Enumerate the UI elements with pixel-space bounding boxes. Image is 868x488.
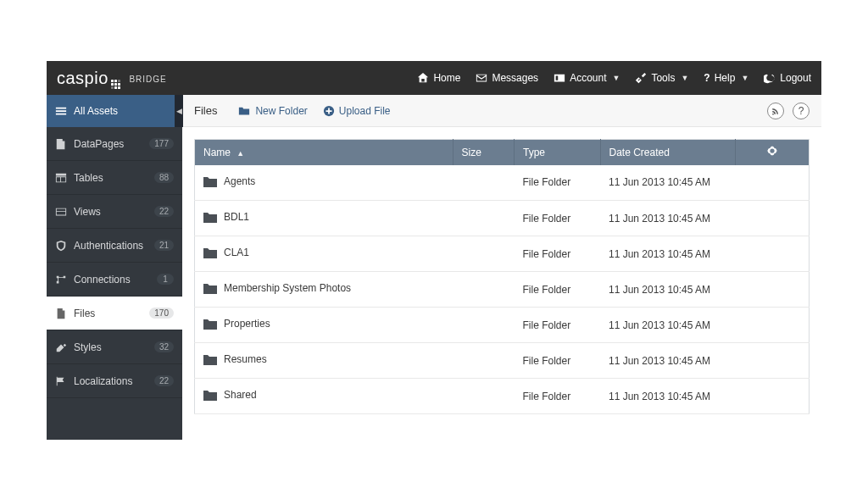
table-row[interactable]: AgentsFile Folder11 Jun 2013 10:45 AM [195,165,810,201]
nav-home[interactable]: Home [417,72,460,84]
folder-icon [203,212,217,223]
sidebar-item-count: 170 [149,308,174,319]
table-row[interactable]: BDL1File Folder11 Jun 2013 10:45 AM [195,201,810,236]
power-icon [764,72,776,84]
column-type[interactable]: Type [515,140,601,165]
sidebar-item-count: 88 [154,172,174,183]
row-size [453,165,515,201]
localizations-icon [55,375,67,387]
gear-icon [766,145,778,157]
sidebar-item-label: DataPages [74,138,124,150]
views-icon [55,206,67,218]
sidebar-item-label: Connections [74,274,131,286]
row-type: File Folder [515,201,601,236]
collapse-sidebar-button[interactable]: ◀ [175,95,183,127]
sidebar-item-connections[interactable]: Connections1 [47,263,182,297]
table-row[interactable]: SharedFile Folder11 Jun 2013 10:45 AM [195,379,810,414]
column-size[interactable]: Size [453,140,515,165]
caret-down-icon: ▼ [681,74,688,82]
id-card-icon [554,72,565,84]
authentications-icon [55,240,67,252]
row-size [453,272,515,308]
sidebar-item-localizations[interactable]: Localizations22 [47,364,182,398]
help-button[interactable]: ? [793,103,810,119]
nav-tools[interactable]: Tools ▼ [635,72,688,84]
nav-account[interactable]: Account ▼ [554,72,620,84]
nav-logout[interactable]: Logout [764,72,811,84]
row-date: 11 Jun 2013 10:45 AM [600,201,736,236]
sidebar-item-tables[interactable]: Tables88 [47,161,182,195]
sidebar-item-count: 22 [154,375,174,386]
toolbar: Files New Folder Upload File ? [182,95,821,127]
page-title: Files [194,104,217,117]
new-folder-button[interactable]: New Folder [237,105,307,117]
table-row[interactable]: CLA1File Folder11 Jun 2013 10:45 AM [195,236,810,272]
sidebar-item-label: Views [74,206,101,218]
caret-down-icon: ▼ [741,74,748,82]
nav-help-label: Help [715,72,736,84]
sidebar-title: All Assets [74,105,118,117]
column-size-label: Size [462,147,481,158]
connections-icon [55,274,67,286]
column-name-label: Name [203,147,231,158]
sidebar-item-count: 22 [154,206,174,217]
sidebar-item-authentications[interactable]: Authentications21 [47,229,182,263]
upload-file-button[interactable]: Upload File [323,105,391,117]
files-icon [55,308,67,319]
brand-dots-icon [111,80,121,90]
new-folder-label: New Folder [255,105,307,117]
column-type-label: Type [523,147,545,158]
row-date: 11 Jun 2013 10:45 AM [600,379,736,414]
row-name: CLA1 [224,247,249,258]
row-date: 11 Jun 2013 10:45 AM [600,236,736,272]
table-row[interactable]: ResumesFile Folder11 Jun 2013 10:45 AM [195,343,810,379]
table-row[interactable]: PropertiesFile Folder11 Jun 2013 10:45 A… [195,308,810,343]
sidebar-item-styles[interactable]: Styles32 [47,330,182,364]
row-date: 11 Jun 2013 10:45 AM [600,272,736,308]
question-icon: ? [704,72,709,84]
sidebar-item-label: Authentications [74,240,143,252]
table-row[interactable]: Membership System PhotosFile Folder11 Ju… [195,272,810,308]
nav-messages-label: Messages [492,72,538,84]
sidebar-item-files[interactable]: Files170 [47,297,182,330]
brand: caspio BRIDGE [57,67,167,90]
nav-messages[interactable]: Messages [476,72,538,84]
folder-icon [203,319,217,330]
folder-icon [203,247,217,258]
row-name: Agents [224,175,255,187]
broadcast-button[interactable] [767,103,784,119]
new-folder-icon [237,105,251,117]
topbar: caspio BRIDGE Home Messages [47,61,821,95]
main: All Assets ◀ DataPages177Tables88Views22… [47,95,821,440]
caret-down-icon: ▼ [612,74,620,82]
sidebar-item-label: Tables [74,172,103,184]
sidebar-item-datapages[interactable]: DataPages177 [47,127,182,161]
row-size [453,379,515,414]
sidebar-item-views[interactable]: Views22 [47,195,182,229]
sort-asc-icon: ▲ [236,149,244,158]
sidebar: All Assets ◀ DataPages177Tables88Views22… [47,95,182,440]
tools-icon [635,72,647,84]
nav-tools-label: Tools [651,72,675,84]
column-date[interactable]: Date Created [600,140,736,165]
brand-logo: caspio [57,67,120,90]
topnav: Home Messages Account ▼ Tools ▼ ? Help ▼ [417,72,811,84]
column-settings[interactable] [736,140,810,165]
column-name[interactable]: Name ▲ [195,140,453,165]
broadcast-icon [771,106,781,116]
nav-help[interactable]: ? Help ▼ [704,72,748,84]
sidebar-item-count: 32 [154,341,174,352]
row-date: 11 Jun 2013 10:45 AM [600,165,736,201]
sidebar-item-label: Files [74,308,95,319]
row-name: Properties [224,318,270,330]
row-type: File Folder [515,272,601,308]
folder-icon [203,176,217,187]
sidebar-all-assets[interactable]: All Assets ◀ [47,95,182,127]
sidebar-item-count: 21 [154,240,174,251]
brand-sub: BRIDGE [129,75,166,84]
row-name: BDL1 [224,211,249,223]
column-date-label: Date Created [609,147,670,158]
row-name: Membership System Photos [224,282,351,294]
nav-home-label: Home [433,72,460,84]
row-size [453,201,515,236]
